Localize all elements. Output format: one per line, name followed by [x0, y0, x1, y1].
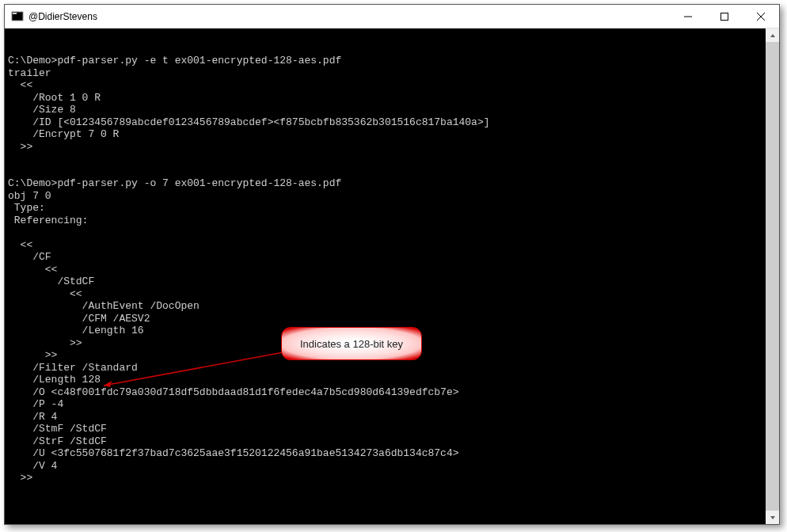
terminal-area[interactable]: C:\Demo>pdf-parser.py -e t ex001-encrypt… [5, 28, 779, 524]
app-icon [11, 10, 24, 23]
svg-marker-7 [770, 516, 775, 519]
terminal-window: @DidierStevens C:\Demo>pdf-parser.py -e … [4, 4, 780, 525]
svg-rect-3 [721, 13, 728, 21]
annotation-text: Indicates a 128-bit key [300, 338, 403, 350]
maximize-button[interactable] [706, 5, 743, 28]
scrollbar[interactable] [766, 28, 779, 524]
window-controls [670, 5, 779, 28]
svg-rect-1 [13, 13, 17, 14]
scrollbar-thumb[interactable] [766, 42, 779, 511]
scrollbar-up-arrow[interactable] [766, 28, 779, 42]
annotation-callout: Indicates a 128-bit key [281, 327, 422, 360]
window-title: @DidierStevens [29, 11, 97, 22]
terminal-text: C:\Demo>pdf-parser.py -e t ex001-encrypt… [8, 55, 490, 524]
scrollbar-down-arrow[interactable] [766, 511, 779, 524]
close-button[interactable] [743, 5, 779, 28]
titlebar[interactable]: @DidierStevens [5, 5, 779, 28]
terminal-content: C:\Demo>pdf-parser.py -e t ex001-encrypt… [8, 55, 776, 524]
svg-marker-6 [770, 34, 775, 37]
minimize-button[interactable] [670, 5, 706, 28]
